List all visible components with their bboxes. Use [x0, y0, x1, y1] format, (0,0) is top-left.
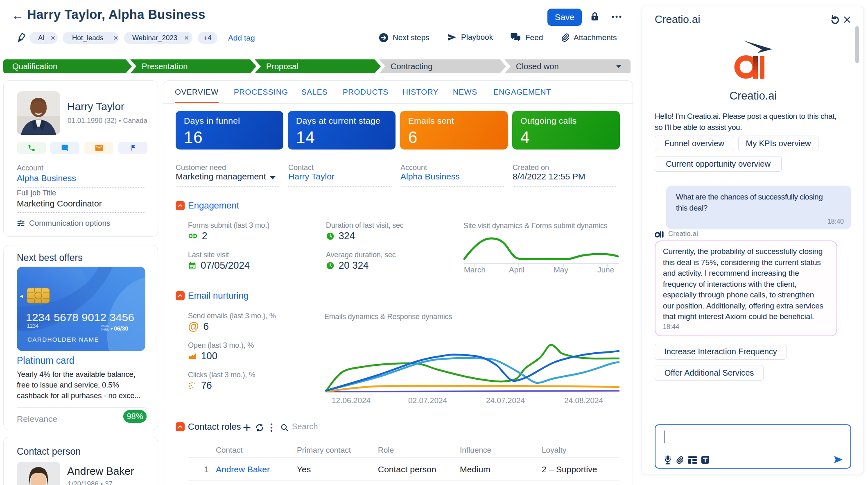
svg-text:1234 5678 9012 3456: 1234 5678 9012 3456: [26, 311, 134, 324]
svg-text:VALID: VALID: [101, 324, 110, 328]
svg-text:►: ►: [110, 326, 114, 331]
svg-text:CARDHOLDER NAME: CARDHOLDER NAME: [27, 336, 99, 343]
svg-text:June: June: [597, 265, 614, 274]
svg-text:24.08.2024: 24.08.2024: [564, 396, 604, 405]
svg-text:May: May: [554, 265, 568, 274]
svg-text:◄: ◄: [19, 293, 24, 299]
svg-text:THRU: THRU: [101, 328, 109, 331]
svg-text:1234: 1234: [27, 323, 38, 329]
svg-text:24.07.2024: 24.07.2024: [486, 396, 525, 405]
svg-text:March: March: [464, 265, 486, 274]
svg-text:12.06.2024: 12.06.2024: [332, 396, 371, 405]
svg-text:06/30: 06/30: [114, 325, 128, 332]
svg-text:02.07.2024: 02.07.2024: [408, 396, 448, 405]
svg-text:April: April: [509, 265, 524, 274]
